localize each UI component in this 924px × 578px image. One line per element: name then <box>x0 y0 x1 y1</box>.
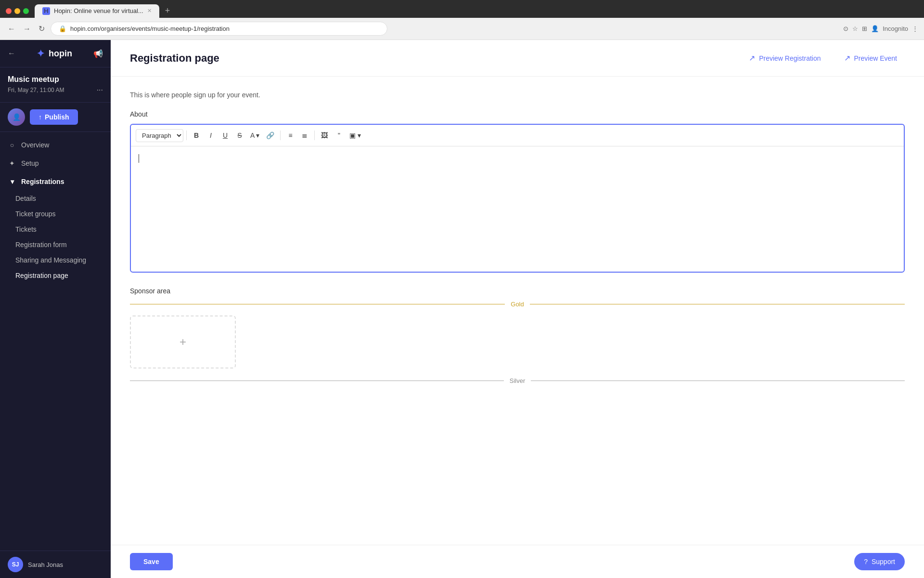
link-button[interactable]: 🔗 <box>263 129 277 142</box>
sidebar-item-tickets[interactable]: Tickets <box>0 222 111 237</box>
bullet-list-button[interactable]: ≡ <box>283 129 297 142</box>
sidebar: ← ✦ hopin 📢 Music meetup Fri, May 27, 11… <box>0 40 111 578</box>
publish-button[interactable]: ↑ Publish <box>30 109 78 125</box>
sidebar-item-registration-page[interactable]: Registration page <box>0 268 111 283</box>
user-name: Sarah Jonas <box>28 561 63 568</box>
close-window-button[interactable] <box>6 8 12 14</box>
save-button[interactable]: Save <box>130 553 173 570</box>
gold-tier-line-left <box>130 304 505 304</box>
event-name: Music meetup <box>8 75 103 84</box>
browser-nav-right: ⊙ ☆ ⊞ 👤 Incognito ⋮ <box>843 25 918 32</box>
traffic-lights <box>6 8 29 14</box>
sidebar-subitem-label-ticket-groups: Ticket groups <box>15 210 56 218</box>
sidebar-item-label-overview: Overview <box>21 141 49 149</box>
ordered-list-button[interactable]: ≣ <box>298 129 311 142</box>
forward-button[interactable]: → <box>21 23 33 35</box>
add-gold-sponsor-button[interactable]: + <box>130 315 236 368</box>
about-editor-body[interactable] <box>131 146 904 272</box>
gold-tier-line-right <box>530 304 905 304</box>
overview-icon: ○ <box>8 141 16 149</box>
user-avatars: 👤 <box>8 108 25 126</box>
browser-chrome: H Hopin: Online venue for virtual... ✕ +… <box>0 0 924 40</box>
sidebar-subitem-label-sharing-messaging: Sharing and Messaging <box>15 256 86 264</box>
app-container: ← ✦ hopin 📢 Music meetup Fri, May 27, 11… <box>0 40 924 578</box>
sidebar-footer: SJ Sarah Jonas <box>0 551 111 578</box>
about-editor: Paragraph B I U S A ▾ 🔗 ≡ ≣ 🖼 " ▣ ▾ <box>130 124 905 273</box>
user-initials: SJ <box>12 561 19 568</box>
sidebar-item-setup[interactable]: ✦ Setup <box>0 154 111 172</box>
bookmark-icon: ☆ <box>852 25 858 32</box>
refresh-button[interactable]: ↻ <box>37 22 47 35</box>
preview-event-button[interactable]: ↗ Preview Event <box>836 50 905 66</box>
sidebar-subitem-label-tickets: Tickets <box>15 225 37 233</box>
event-date: Fri, May 27, 11:00 AM ··· <box>8 86 103 94</box>
gold-tier-label: Gold <box>511 301 524 308</box>
underline-button[interactable]: U <box>218 129 232 142</box>
main-header: Registration page ↗ Preview Registration… <box>111 40 924 77</box>
event-info: Music meetup Fri, May 27, 11:00 AM ··· <box>0 67 111 103</box>
event-date-text: Fri, May 27, 11:00 AM <box>8 87 64 93</box>
sidebar-back-button[interactable]: ← <box>8 49 15 58</box>
sidebar-item-details[interactable]: Details <box>0 191 111 206</box>
quote-button[interactable]: " <box>332 129 346 142</box>
tab-close-button[interactable]: ✕ <box>147 8 152 14</box>
sidebar-subitem-label-details: Details <box>15 195 36 202</box>
active-tab[interactable]: H Hopin: Online venue for virtual... ✕ <box>35 4 159 18</box>
sponsor-section: Sponsor area Gold + Silver <box>130 287 905 384</box>
minimize-window-button[interactable] <box>14 8 20 14</box>
sidebar-item-registrations[interactable]: ▾ Registrations <box>0 172 111 191</box>
cast-icon: ⊙ <box>843 25 848 32</box>
hopin-logo-text: hopin <box>49 49 72 59</box>
paragraph-style-select[interactable]: Paragraph <box>136 129 183 142</box>
sidebar-item-overview[interactable]: ○ Overview <box>0 136 111 154</box>
browser-tab-bar: H Hopin: Online venue for virtual... ✕ + <box>0 0 924 18</box>
text-cursor <box>139 154 139 163</box>
image-button[interactable]: 🖼 <box>318 129 331 142</box>
text-color-button[interactable]: A ▾ <box>247 129 262 142</box>
page-title: Registration page <box>130 52 219 65</box>
avatar: 👤 <box>8 108 25 126</box>
publish-label: Publish <box>45 113 69 121</box>
sidebar-item-label-registrations: Registrations <box>21 178 64 185</box>
preview-registration-button[interactable]: ↗ Preview Registration <box>741 50 828 66</box>
tab-title: Hopin: Online venue for virtual... <box>54 7 143 14</box>
support-label: Support <box>872 558 895 565</box>
sponsor-area-label: Sponsor area <box>130 287 905 295</box>
menu-icon: ⋮ <box>912 25 918 32</box>
new-tab-button[interactable]: + <box>161 4 174 18</box>
editor-toolbar: Paragraph B I U S A ▾ 🔗 ≡ ≣ 🖼 " ▣ ▾ <box>131 125 904 146</box>
support-icon: ? <box>864 558 868 565</box>
tab-favicon: H <box>42 7 50 15</box>
silver-tier-line-right <box>531 381 905 381</box>
event-options-button[interactable]: ··· <box>97 86 103 94</box>
support-button[interactable]: ? Support <box>854 553 905 570</box>
toolbar-divider-2 <box>280 131 281 140</box>
back-button[interactable]: ← <box>6 23 17 35</box>
setup-icon: ✦ <box>8 159 16 168</box>
hopin-logo-icon: ✦ <box>37 48 45 59</box>
italic-button[interactable]: I <box>204 129 218 142</box>
sidebar-header: ← ✦ hopin 📢 <box>0 40 111 67</box>
lock-icon: 🔒 <box>59 25 66 32</box>
nav-section: ○ Overview ✦ Setup ▾ Registrations Detai… <box>0 132 111 287</box>
embed-button[interactable]: ▣ ▾ <box>346 129 364 142</box>
preview-registration-label: Preview Registration <box>759 54 821 62</box>
silver-tier: Silver <box>130 377 905 384</box>
tab-manager-icon: ⊞ <box>862 25 867 32</box>
bold-button[interactable]: B <box>190 129 203 142</box>
sidebar-item-sharing-messaging[interactable]: Sharing and Messaging <box>0 252 111 268</box>
header-actions: ↗ Preview Registration ↗ Preview Event <box>741 50 905 66</box>
notification-icon[interactable]: 📢 <box>93 49 103 58</box>
sidebar-item-registration-form[interactable]: Registration form <box>0 237 111 252</box>
gold-tier: Gold <box>130 301 905 308</box>
strikethrough-button[interactable]: S <box>233 129 246 142</box>
sidebar-subitem-label-registration-form: Registration form <box>15 241 67 249</box>
maximize-window-button[interactable] <box>23 8 29 14</box>
main-area: Registration page ↗ Preview Registration… <box>111 40 924 578</box>
sidebar-item-ticket-groups[interactable]: Ticket groups <box>0 206 111 222</box>
preview-event-label: Preview Event <box>854 54 897 62</box>
sidebar-subitem-label-registration-page: Registration page <box>15 272 68 279</box>
hopin-logo[interactable]: ✦ hopin <box>37 48 72 59</box>
save-bar: Save ? Support <box>111 545 924 578</box>
address-bar[interactable]: 🔒 hopin.com/organisers/events/music-meet… <box>51 22 387 36</box>
